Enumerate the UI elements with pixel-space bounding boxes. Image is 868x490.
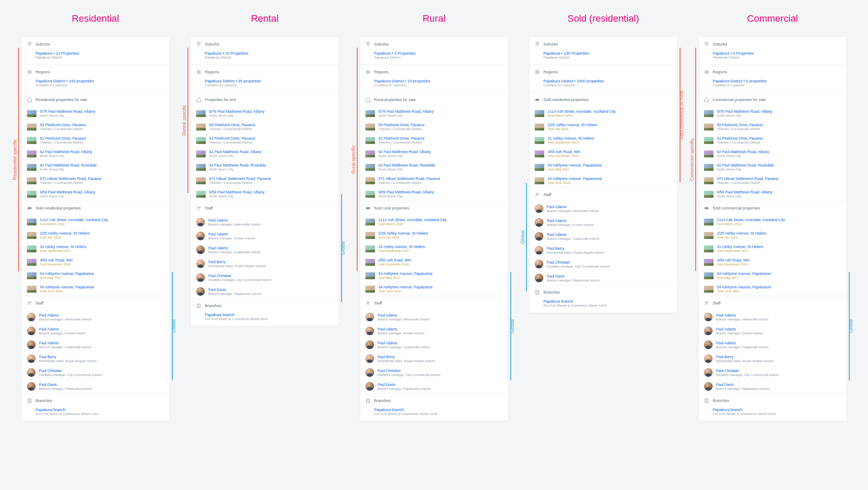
- staff-row[interactable]: Paul AdamsBranch manager, Helensville br…: [22, 310, 169, 324]
- staff-row[interactable]: Paul BerryResidential sales, Royal Heigh…: [191, 257, 339, 271]
- listing-row[interactable]: 111A Ash Street, Avondale, Auckland City…: [529, 107, 677, 120]
- listing-row[interactable]: 31 Ashby Avenue, St HeliersSold Septembe…: [699, 242, 846, 255]
- staff-row[interactable]: Paul BerryResidential sales, Royal Heigh…: [360, 352, 508, 366]
- listing-row[interactable]: 111A Ash Street, Avondale, Auckland City…: [360, 215, 508, 229]
- listing-row[interactable]: 9/59 Paul Matthews Road, AlbanyNorth Sho…: [191, 187, 339, 201]
- result-link[interactable]: Papakura • 12 PropertiesPapakura Distric…: [36, 51, 164, 59]
- staff-row[interactable]: Paul BerryResidential sales, Royal Heigh…: [529, 243, 677, 257]
- listing-row[interactable]: 4/55 Ash Road, WiriSold December 2016: [699, 255, 846, 269]
- staff-text: Paul AdamsBranch manager, Helensville br…: [208, 218, 333, 226]
- listing-row[interactable]: 54 Ashlynne Avenue, PapatoetoeSold May 2…: [699, 269, 846, 282]
- staff-row[interactable]: Paul AdamsBranch manager, Coatesville br…: [360, 338, 508, 352]
- listing-row[interactable]: 62 Paul Matthews Road, AlbanyNorth Shore…: [22, 147, 169, 160]
- listing-row[interactable]: 2/25 Ashby Avenue, St HeliersSold Jan 20…: [360, 229, 508, 242]
- listing-row[interactable]: 31 Ashby Avenue, St HeliersSold Septembe…: [529, 134, 677, 147]
- staff-row[interactable]: Paul DavisBranch manager, Papatoetoe bra…: [22, 379, 169, 393]
- listing-row[interactable]: 54 Ashlynne Avenue, PapatoetoeSold May 2…: [22, 269, 169, 282]
- staff-row[interactable]: Paul DavisBranch manager, Papatoetoe bra…: [529, 271, 677, 285]
- staff-role: Facilities manager, City Commercial bran…: [378, 373, 503, 377]
- listing-row[interactable]: 62 Paul Matthews Road, AlbanyNorth Shore…: [191, 147, 339, 160]
- staff-row[interactable]: Paul AdamsBranch manager, Kumeu branch: [22, 324, 169, 338]
- staff-row[interactable]: Paul DavisBranch manager, Papatoetoe bra…: [191, 284, 339, 298]
- listing-row[interactable]: 5/76 Paul Matthews Road, AlbanyNorth Sho…: [191, 107, 339, 120]
- staff-row[interactable]: Paul ChristianFacilities manager, City C…: [22, 366, 169, 379]
- listing-row[interactable]: 61 Pinehurst Drive, PauanuiThames / Coro…: [191, 134, 339, 147]
- listing-row[interactable]: 61 Pinehurst Drive, PauanuiThames / Coro…: [699, 134, 846, 147]
- listing-row[interactable]: 62 Paul Matthews Road, RosedaleNorth Sho…: [22, 160, 169, 174]
- result-link[interactable]: Papakura District • 243 propertiesContai…: [36, 79, 164, 87]
- listing-row[interactable]: 54 Ashlynne Avenue, PapatoetoeSold May 2…: [360, 269, 508, 282]
- listing-row[interactable]: 9/59 Paul Matthews Road, AlbanyNorth Sho…: [360, 187, 508, 201]
- staff-row[interactable]: Paul AdamsBranch manager, Coatesville br…: [699, 338, 846, 352]
- staff-row[interactable]: Paul AdamsBranch manager, Kumeu branch: [191, 229, 339, 243]
- listing-row[interactable]: 5/76 Paul Matthews Road, AlbanyNorth Sho…: [360, 107, 508, 120]
- staff-row[interactable]: Paul ChristianFacilities manager, City C…: [191, 271, 339, 284]
- svg-point-8: [197, 70, 201, 74]
- listing-row[interactable]: 5/76 Paul Matthews Road, AlbanyNorth Sho…: [699, 107, 846, 120]
- result-link[interactable]: Papakura • 3 PropertiesPapakura District: [374, 51, 503, 59]
- staff-row[interactable]: Paul AdamsBranch manager, Helensville br…: [360, 310, 508, 324]
- listing-row[interactable]: 9/59 Paul Matthews Road, AlbanyNorth Sho…: [22, 187, 169, 201]
- listing-row[interactable]: 54 Ashlynne Avenue, PapatoetoeSold June …: [529, 174, 677, 187]
- listing-row[interactable]: 111A Ash Street, Avondale, Auckland City…: [22, 215, 169, 229]
- staff-row[interactable]: Paul ChristianFacilities manager, City C…: [529, 257, 677, 271]
- listing-row[interactable]: 54 Ashlynne Avenue, PapatoetoeSold June …: [360, 282, 508, 296]
- staff-row[interactable]: Paul AdamsBranch manager, Helensville br…: [529, 202, 677, 216]
- staff-row[interactable]: Paul AdamsBranch manager, Helensville br…: [191, 215, 339, 229]
- listing-row[interactable]: 2/25 Ashby Avenue, St HeliersSold Jan 20…: [529, 120, 677, 134]
- staff-row[interactable]: Paul BerryResidential sales, Royal Heigh…: [22, 352, 169, 366]
- listing-row[interactable]: 31 Ashby Avenue, St HeliersSold Septembe…: [360, 242, 508, 255]
- listing-row[interactable]: 671 Hikuai Settlement Road, PauanuiThame…: [22, 174, 169, 187]
- listing-row[interactable]: 9/59 Paul Matthews Road, AlbanyNorth Sho…: [699, 187, 846, 201]
- staff-row[interactable]: Paul DavisBranch manager, Papatoetoe bra…: [360, 379, 508, 393]
- listing-row[interactable]: 671 Hikuai Settlement Road, PauanuiThame…: [191, 174, 339, 187]
- listing-row[interactable]: 2/25 Ashby Avenue, St HeliersSold Jan 20…: [22, 229, 169, 242]
- listing-row[interactable]: 671 Hikuai Settlement Road, PauanuiThame…: [699, 174, 846, 187]
- listing-row[interactable]: 59 Pinehurst Drive, PauanuiThames / Coro…: [699, 120, 846, 134]
- staff-row[interactable]: Paul ChristianFacilities manager, City C…: [699, 366, 846, 379]
- staff-row[interactable]: Paul AdamsBranch manager, Kumeu branch: [360, 324, 508, 338]
- listing-row[interactable]: 4/55 Ash Road, WiriSold December 2016: [360, 255, 508, 269]
- listing-row[interactable]: 111A Ash Street, Avondale, Auckland City…: [699, 215, 846, 229]
- staff-row[interactable]: Paul AdamsBranch manager, Coatesville br…: [22, 338, 169, 352]
- result-link[interactable]: Papakura branchCnr Fort Street & Commerc…: [713, 408, 841, 416]
- staff-row[interactable]: Paul DavisBranch manager, Papatoetoe bra…: [699, 379, 846, 393]
- listing-row[interactable]: 4/55 Ash Road, WiriSold December 2016: [529, 147, 677, 160]
- result-link[interactable]: Papakura branchCnr Fort Street & Commerc…: [36, 408, 164, 416]
- result-link[interactable]: Papakura • 120 PropertiesPapakura Distri…: [543, 51, 672, 59]
- result-link[interactable]: Papakura District • 13 propertiesContain…: [374, 79, 503, 87]
- result-link[interactable]: Papakura District • 5 propertiesContains…: [713, 79, 841, 87]
- listing-row[interactable]: 62 Paul Matthews Road, RosedaleNorth Sho…: [360, 160, 508, 174]
- listing-row[interactable]: 59 Pinehurst Drive, PauanuiThames / Coro…: [22, 120, 169, 134]
- listing-row[interactable]: 62 Paul Matthews Road, AlbanyNorth Shore…: [699, 147, 846, 160]
- listing-row[interactable]: 54 Ashlynne Avenue, PapatoetoeSold June …: [22, 282, 169, 296]
- result-link[interactable]: Papakura branchCnr Fort Street & Commerc…: [205, 313, 333, 321]
- listing-row[interactable]: 61 Pinehurst Drive, PauanuiThames / Coro…: [22, 134, 169, 147]
- result-link[interactable]: Papakura • 10 PropertiesPapakura Distric…: [205, 51, 333, 59]
- result-link[interactable]: Papakura • 0 PropertiesPapakura District: [713, 51, 841, 59]
- listing-row[interactable]: 62 Paul Matthews Road, RosedaleNorth Sho…: [699, 160, 846, 174]
- staff-row[interactable]: Paul AdamsBranch manager, Helensville br…: [699, 310, 846, 324]
- result-link[interactable]: Papakura District • 25 propertiesContain…: [205, 79, 333, 87]
- listing-row[interactable]: 54 Ashlynne Avenue, PapatoetoeSold June …: [699, 282, 846, 296]
- listing-row[interactable]: 62 Paul Matthews Road, RosedaleNorth Sho…: [191, 160, 339, 174]
- staff-row[interactable]: Paul ChristianFacilities manager, City C…: [360, 366, 508, 379]
- listing-row[interactable]: 54 Ashlynne Avenue, PapatoetoeSold May 2…: [529, 160, 677, 174]
- listing-row[interactable]: 61 Pinehurst Drive, PauanuiThames / Coro…: [360, 134, 508, 147]
- listing-row[interactable]: 31 Ashby Avenue, St HeliersSold Septembe…: [22, 242, 169, 255]
- listing-row[interactable]: 4/55 Ash Road, WiriSold December 2016: [22, 255, 169, 269]
- staff-row[interactable]: Paul BerryResidential sales, Royal Heigh…: [699, 352, 846, 366]
- listing-row[interactable]: 2/25 Ashby Avenue, St HeliersSold Jan 20…: [699, 229, 846, 242]
- staff-row[interactable]: Paul AdamsBranch manager, Coatesville br…: [191, 243, 339, 257]
- listing-row[interactable]: 59 Pinehurst Drive, PauanuiThames / Coro…: [360, 120, 508, 134]
- result-link[interactable]: Papakura branchCnr Fort Street & Commerc…: [374, 408, 503, 416]
- listing-row[interactable]: 62 Paul Matthews Road, AlbanyNorth Shore…: [360, 147, 508, 160]
- staff-row[interactable]: Paul AdamsBranch manager, Coatesville br…: [529, 229, 677, 243]
- result-link[interactable]: Papakura District • 2450 propertiesConta…: [543, 79, 672, 87]
- result-link[interactable]: Papakura branchCnr Fort Street & Commerc…: [543, 299, 672, 307]
- staff-row[interactable]: Paul AdamsBranch manager, Kumeu branch: [699, 324, 846, 338]
- listing-row[interactable]: 59 Pinehurst Drive, PauanuiThames / Coro…: [191, 120, 339, 134]
- listing-row[interactable]: 5/76 Paul Matthews Road, AlbanyNorth Sho…: [22, 107, 169, 120]
- staff-row[interactable]: Paul AdamsBranch manager, Kumeu branch: [529, 216, 677, 229]
- listing-row[interactable]: 671 Hikuai Settlement Road, PauanuiThame…: [360, 174, 508, 187]
